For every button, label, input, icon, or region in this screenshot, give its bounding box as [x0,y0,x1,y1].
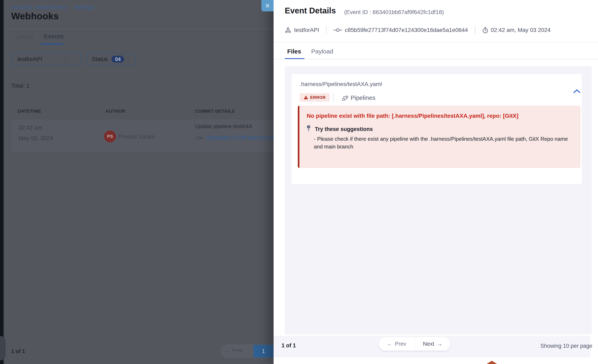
error-message-text: No pipeline exist with file path: [.harn… [307,113,518,119]
bottom-left-widget [0,336,6,360]
error-status-label: ERROR [310,95,326,100]
meta-timestamp: 02:42 am, May 03 2024 [491,27,551,33]
left-nav-strip-edge [3,0,4,364]
tab-files[interactable]: Files [287,48,301,55]
status-count-badge: 04 [111,56,124,63]
file-path: .harness/Pipelines/testAXA.yaml [300,81,382,87]
drawer-header-divider [274,42,598,42]
status-filter-dropdown[interactable]: Status 04 [86,53,135,66]
drawer-footer-summary: 1 of 1 [282,342,296,349]
clear-filter-icon[interactable] [63,56,69,62]
total-count-label: Total: 1 [11,83,30,89]
commit-icon [195,136,204,140]
drawer-title: Event Details [285,6,336,15]
webhook-icon [285,27,291,33]
next-label: Next [423,341,434,347]
row-author-name: Prasad Satam [119,133,155,140]
row-date: May 03, 2024 [18,135,53,141]
suggestion-title: Try these suggestions [315,126,373,132]
suggestion-line-1: - Please check if there exist any pipeli… [314,135,568,143]
drawer-tabs-divider [274,59,598,59]
lightbulb-icon [306,125,311,132]
commit-icon [333,28,342,32]
chevron-up-icon[interactable] [573,89,581,93]
event-meta-row: testforAPI c85b59fe27713f74d07e124300e16… [285,26,551,34]
status-filter-label: Status [92,56,108,62]
webhook-filter-dropdown[interactable]: testforAPI [12,53,81,66]
prev-button[interactable]: ← Prev [379,337,414,351]
left-nav-strip [0,0,3,364]
row-commit-message: Update pipeline testAXA [195,123,252,130]
per-page-label: Showing 10 per page [517,343,592,349]
drawer-pager: ← Prev Next → [379,337,450,351]
avatar: PS [104,131,116,142]
breadcrumb-separator-icon: › [69,4,71,11]
bg-page-1-button[interactable]: 1 [253,345,273,357]
tab-payload[interactable]: Payload [311,48,333,55]
arrow-left-icon: ← [224,347,230,354]
page-title: Webhooks [11,11,59,22]
active-tab-underline [41,43,63,45]
meta-webhook-name: testforAPI [294,27,319,33]
breadcrumb: Account: harness-dev › Settings [11,4,94,11]
bg-prev-button[interactable]: ← Prev [224,347,243,354]
clock-icon [482,27,488,33]
entity-label-text: Pipelines [351,94,375,101]
entity-label: Pipelines [351,94,375,101]
arrow-left-icon: ← [387,341,392,347]
column-header-datetime: DATETIME [18,108,41,114]
chevron-down-icon [127,58,132,61]
meta-divider [475,26,475,34]
row-time: 02:42 am [18,124,42,131]
column-header-author: AUTHOR [106,108,125,114]
event-details-drawer: Event Details (Event ID : 663401bb67af9f… [274,0,598,364]
webhook-filter-value: testforAPI [17,56,42,62]
next-button[interactable]: Next → [415,337,450,351]
suggestion-line-2: and main branch [314,143,353,150]
pipeline-icon [342,95,348,101]
prev-label: Prev [395,341,406,347]
chevron-down-icon [72,58,77,61]
bg-prev-label: Prev [232,347,243,354]
row-commit-hash-link[interactable]: c85b59fe27713f74d07e124300 [207,135,274,141]
event-id-label: (Event ID : 663401bb67af9f642fc1df18) [344,9,444,16]
row-commit-hash-group: c85b59fe27713f74d07e124300 [195,135,274,141]
beacon-widget-fragment [487,361,497,364]
close-drawer-button[interactable]: ✕ [261,0,274,11]
breadcrumb-settings-link[interactable]: Settings [74,4,94,11]
meta-divider [326,26,326,34]
card-header-divider [333,93,333,102]
tab-events[interactable]: Events [44,33,64,40]
breadcrumb-account-link[interactable]: Account: harness-dev [11,4,66,11]
meta-commit-hash: c85b59fe27713f74d07e124300e16dae5a1e0644 [345,27,468,33]
column-header-commit-details: COMMIT DETAILS [195,108,235,114]
error-status-badge: ERROR [300,93,330,102]
bg-pagination-summary: 1 of 1 [11,348,25,355]
arrow-right-icon: → [437,341,442,347]
warning-icon [304,95,308,99]
tab-listing[interactable]: Listing [15,33,33,40]
